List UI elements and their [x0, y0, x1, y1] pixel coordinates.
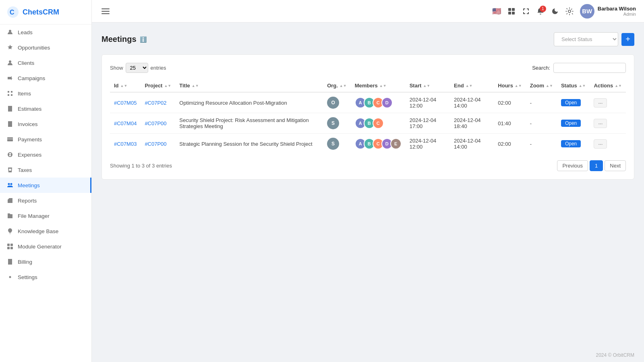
notification-badge: 1 [540, 6, 546, 12]
dark-mode-icon[interactable] [551, 7, 559, 15]
th-hours[interactable]: Hours▲▼ [494, 79, 526, 92]
svg-rect-15 [7, 244, 10, 246]
entries-label: entries [151, 65, 166, 71]
next-button[interactable]: Next [605, 160, 626, 171]
page-title-row: Meetings ℹ️ [101, 35, 147, 44]
pagination-row: Showing 1 to 3 of 3 entries Previous 1 N… [110, 160, 626, 171]
sidebar-item-items[interactable]: Items [0, 86, 91, 101]
header: 🇺🇸 1 BW Barbara Wilson Admin [92, 0, 644, 23]
sidebar-item-label: Leads [18, 29, 33, 35]
sidebar-item-taxes[interactable]: Taxes [0, 162, 91, 178]
header-right: 🇺🇸 1 BW Barbara Wilson Admin [492, 4, 636, 19]
previous-button[interactable]: Previous [557, 160, 588, 171]
th-start[interactable]: Start▲▼ [406, 79, 450, 92]
sidebar-item-estimates[interactable]: Estimates [0, 101, 91, 116]
cell-title: Security Shield Project: Risk Assessment… [175, 113, 323, 134]
expenses-icon [6, 151, 14, 158]
project-link[interactable]: #C07P00 [145, 141, 166, 147]
hamburger-menu[interactable] [100, 7, 111, 16]
cell-status: Open [557, 134, 590, 154]
table-row: #C07M05 #C07P02 Optimizing Resource Allo… [110, 92, 626, 113]
notification-icon[interactable]: 1 [536, 7, 545, 15]
sidebar-item-leads[interactable]: Leads [0, 25, 91, 40]
cell-start: 2024-12-04 17:00 [406, 113, 450, 134]
cell-project: #C07P00 [141, 113, 175, 134]
sidebar-item-reports[interactable]: Reports [0, 193, 91, 208]
svg-rect-20 [508, 8, 511, 11]
table-header: Id▲▼Project▲▼Title▲▼Org.▲▼Members▲▼Start… [110, 79, 626, 92]
user-info: Barbara Wilson Admin [598, 6, 636, 17]
meeting-id-link[interactable]: #C07M05 [114, 100, 137, 106]
pagination-buttons: Previous 1 Next [557, 160, 626, 171]
user-menu[interactable]: BW Barbara Wilson Admin [580, 4, 636, 19]
sidebar-item-payments[interactable]: Payments [0, 132, 91, 147]
sidebar-item-module-generator[interactable]: Module Generator [0, 239, 91, 254]
page-title: Meetings [101, 35, 137, 44]
cell-actions: ··· [590, 92, 626, 113]
cell-id: #C07M05 [110, 92, 141, 113]
th-status[interactable]: Status▲▼ [557, 79, 590, 92]
cell-start: 2024-12-04 12:00 [406, 92, 450, 113]
page-1-button[interactable]: 1 [590, 160, 603, 171]
cell-actions: ··· [590, 134, 626, 154]
info-icon[interactable]: ℹ️ [140, 36, 147, 43]
th-members[interactable]: Members▲▼ [351, 79, 406, 92]
svg-rect-6 [8, 94, 9, 96]
meeting-id-link[interactable]: #C07M03 [114, 141, 137, 147]
add-meeting-button[interactable]: + [621, 33, 634, 46]
th-actions[interactable]: Actions▲▼ [590, 79, 626, 92]
campaigns-icon [6, 74, 14, 82]
content: Meetings ℹ️ Select Status Open Closed + … [92, 23, 644, 348]
grid-icon[interactable] [507, 7, 516, 15]
member-avatar: C [373, 118, 384, 129]
sidebar-item-meetings[interactable]: Meetings [0, 178, 91, 193]
logo[interactable]: C ChetsCRM [0, 0, 91, 25]
meetings-icon [6, 182, 14, 189]
sidebar-item-label: Module Generator [18, 244, 62, 250]
status-select[interactable]: Select Status Open Closed [554, 32, 618, 46]
svg-point-3 [9, 60, 11, 63]
th-title[interactable]: Title▲▼ [175, 79, 323, 92]
project-link[interactable]: #C07P02 [145, 100, 166, 106]
member-avatar: D [381, 97, 393, 108]
sidebar-item-clients[interactable]: Clients [0, 55, 91, 70]
cell-hours: 01:40 [494, 113, 526, 134]
cell-zoom: - [526, 92, 557, 113]
search-area: Search: [532, 63, 626, 73]
search-input[interactable] [553, 63, 626, 73]
sidebar-item-billing[interactable]: Billing [0, 254, 91, 269]
th-end[interactable]: End▲▼ [450, 79, 494, 92]
th-id[interactable]: Id▲▼ [110, 79, 141, 92]
svg-point-12 [10, 183, 12, 185]
fullscreen-icon[interactable] [522, 7, 530, 15]
sidebar-item-label: Knowledge Base [18, 228, 58, 234]
svg-rect-4 [8, 91, 9, 93]
th-project[interactable]: Project▲▼ [141, 79, 175, 92]
th-org.[interactable]: Org.▲▼ [323, 79, 351, 92]
sidebar-item-opportunities[interactable]: Opportunities [0, 40, 91, 55]
sidebar-item-settings[interactable]: Settings [0, 269, 91, 285]
cell-id: #C07M04 [110, 113, 141, 134]
language-flag[interactable]: 🇺🇸 [492, 7, 501, 16]
sidebar-item-label: Clients [18, 60, 34, 66]
settings-icon[interactable] [565, 7, 574, 15]
entries-select[interactable]: 25 10 50 100 [126, 63, 148, 73]
sidebar-item-invoices[interactable]: Invoices [0, 116, 91, 132]
org-avatar: S [327, 117, 339, 129]
cell-title: Optimizing Resource Allocation Post-Migr… [175, 92, 323, 113]
reports-icon [6, 197, 14, 204]
cell-zoom: - [526, 134, 557, 154]
sidebar-item-campaigns[interactable]: Campaigns [0, 70, 91, 86]
sidebar-item-file-manager[interactable]: File Manager [0, 208, 91, 223]
row-action-button[interactable]: ··· [594, 98, 607, 108]
row-action-button[interactable]: ··· [594, 139, 607, 149]
sidebar-item-expenses[interactable]: Expenses [0, 147, 91, 162]
opportunities-icon [6, 44, 14, 51]
cell-start: 2024-12-04 12:00 [406, 134, 450, 154]
project-link[interactable]: #C07P00 [145, 120, 166, 126]
sidebar-item-knowledge-base[interactable]: Knowledge Base [0, 223, 91, 239]
meeting-id-link[interactable]: #C07M04 [114, 120, 137, 126]
sidebar-item-label: Opportunities [18, 45, 50, 51]
th-zoom[interactable]: Zoom▲▼ [526, 79, 557, 92]
row-action-button[interactable]: ··· [594, 119, 607, 128]
